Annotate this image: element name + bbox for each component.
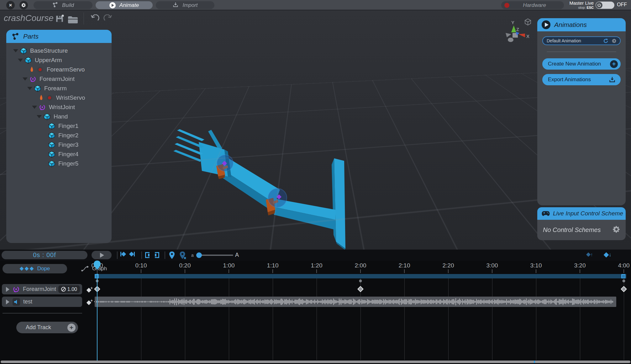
close-icon[interactable]: × — [6, 1, 15, 9]
tree-item-wristservo[interactable]: WristServo — [6, 93, 112, 103]
expand-arrow-icon[interactable] — [18, 59, 23, 62]
hardware-pill[interactable]: Hardware — [501, 1, 564, 9]
keyframe-forearmjoint-4:00[interactable] — [621, 286, 627, 292]
project-title[interactable]: crashCourse — [4, 13, 54, 23]
ruler-label: 2:10 — [399, 262, 410, 269]
divider — [83, 13, 84, 24]
expand-arrow-icon[interactable] — [27, 87, 32, 90]
add-keyframe-icon[interactable]: + — [87, 287, 93, 293]
axis-z-label: Z — [516, 27, 519, 32]
tree-item-finger3[interactable]: Finger3 — [6, 140, 112, 150]
expand-arrow-icon[interactable] — [32, 106, 37, 109]
next-keyframe-icon[interactable] — [130, 252, 135, 256]
animation-item-default[interactable]: Default Animation — [542, 36, 621, 45]
master-live-toggle[interactable] — [596, 2, 614, 9]
track-name: test — [23, 298, 82, 305]
add-track-button[interactable]: Add Track + — [16, 322, 78, 333]
range-end-handle[interactable] — [621, 274, 625, 278]
ruler-tick — [580, 269, 580, 273]
playhead-handle[interactable] — [93, 260, 101, 275]
audio-waveform[interactable] — [95, 297, 616, 307]
save-icon[interactable] — [55, 14, 64, 24]
gear-icon[interactable] — [612, 225, 621, 235]
cube-icon — [48, 160, 55, 167]
animations-panel-header: Animations — [537, 18, 626, 31]
tree-item-upperarm[interactable]: UpperArm — [6, 55, 112, 65]
speed-icon — [61, 287, 66, 292]
joint-icon — [39, 104, 46, 111]
cube-icon — [34, 85, 41, 92]
prev-keyframe-icon[interactable] — [120, 252, 125, 256]
add-marker-icon[interactable] — [169, 251, 175, 259]
expand-arrow-icon[interactable] — [23, 77, 28, 81]
redo-icon[interactable] — [103, 14, 113, 24]
diamond-icon — [19, 266, 24, 271]
tree-item-finger1[interactable]: Finger1 — [6, 121, 112, 131]
animation-name: Default Animation — [547, 38, 603, 43]
tree-item-finger4[interactable]: Finger4 — [6, 150, 112, 159]
track-header-forearmjoint[interactable]: ForearmJoint 1.00 — [2, 284, 82, 294]
tab-build[interactable]: Build — [34, 1, 92, 9]
expand-arrow-icon[interactable] — [37, 115, 42, 118]
cube-icon — [25, 57, 32, 64]
tree-item-wristjoint[interactable]: WristJoint — [6, 103, 112, 112]
track-header-test[interactable]: test — [2, 297, 82, 307]
diamond-icon — [29, 266, 34, 271]
orientation-gizmo[interactable]: Y Z X — [503, 17, 538, 47]
track-speed-badge[interactable]: 1.00 — [58, 285, 80, 293]
play-icon — [542, 20, 550, 29]
grid-line — [229, 278, 229, 360]
range-start-icon[interactable] — [145, 252, 150, 258]
tree-item-hand[interactable]: Hand — [6, 112, 112, 121]
ruler-label: 4:00 — [618, 262, 630, 269]
delete-marker-icon[interactable] — [179, 251, 187, 259]
add-keyframe-icon[interactable]: + — [87, 299, 93, 305]
timecode-display[interactable]: 0s : 00f — [2, 251, 87, 259]
robot-arm-model[interactable] — [169, 117, 357, 250]
tree-item-label: Finger2 — [58, 132, 78, 139]
shift-keyframe-up-icon[interactable]: ↑ — [587, 252, 593, 257]
ruler-tick — [316, 269, 317, 273]
create-animation-button[interactable]: Create New Animation + — [542, 58, 621, 70]
grid-line — [580, 278, 580, 360]
grid-line — [273, 278, 273, 360]
keyframe-dot — [359, 280, 362, 282]
cube-icon — [44, 113, 50, 120]
tree-item-finger2[interactable]: Finger2 — [6, 131, 112, 140]
gear-icon[interactable] — [612, 38, 617, 44]
opacity-slider-knob[interactable] — [196, 252, 202, 258]
undo-icon[interactable] — [90, 14, 99, 24]
tree-item-forearm[interactable]: Forearm — [6, 84, 112, 93]
tree-item-label: ForearmServo — [47, 66, 85, 73]
range-end-icon[interactable] — [155, 252, 159, 258]
keyframe-forearmjoint-2:00[interactable] — [357, 286, 364, 292]
gear-icon[interactable] — [19, 1, 28, 9]
horizontal-scrollbar[interactable] — [1, 361, 630, 363]
tree-item-forearmservo[interactable]: ForearmServo — [6, 65, 112, 74]
play-button[interactable] — [92, 251, 112, 259]
timeline-range-bar[interactable] — [95, 274, 626, 278]
export-animations-button[interactable]: Export Animations — [542, 74, 621, 85]
expand-arrow-icon[interactable] — [6, 299, 9, 304]
tab-animate[interactable]: Animate — [96, 1, 153, 9]
tree-item-finger5[interactable]: Finger5 — [6, 159, 112, 168]
open-folder-icon[interactable] — [68, 16, 78, 25]
opacity-slider[interactable] — [197, 255, 233, 256]
live-input-panel-title: Live Input Control Scheme — [553, 210, 623, 217]
curve-icon — [81, 265, 90, 272]
tab-dope-sheet[interactable]: Dope — [3, 264, 67, 273]
ruler-label: 0:20 — [179, 262, 191, 269]
play-icon — [100, 253, 104, 258]
shift-keyframe-down-icon[interactable]: ↓ — [604, 252, 612, 258]
expand-arrow-icon[interactable] — [6, 287, 9, 292]
axis-y-label: Y — [511, 20, 514, 25]
tree-item-forearmjoint[interactable]: ForearmJoint — [6, 74, 112, 84]
viewcube-icon[interactable] — [524, 18, 532, 27]
expand-arrow-icon[interactable] — [13, 49, 18, 52]
ruler-tick — [141, 269, 141, 273]
live-input-panel: Live Input Control Scheme No Control Sch… — [537, 207, 626, 240]
loop-icon[interactable] — [603, 38, 608, 44]
tree-item-basestructure[interactable]: BaseStructure — [6, 46, 112, 55]
opacity-min-label: a — [191, 253, 194, 258]
tab-import[interactable]: Import — [156, 1, 214, 9]
